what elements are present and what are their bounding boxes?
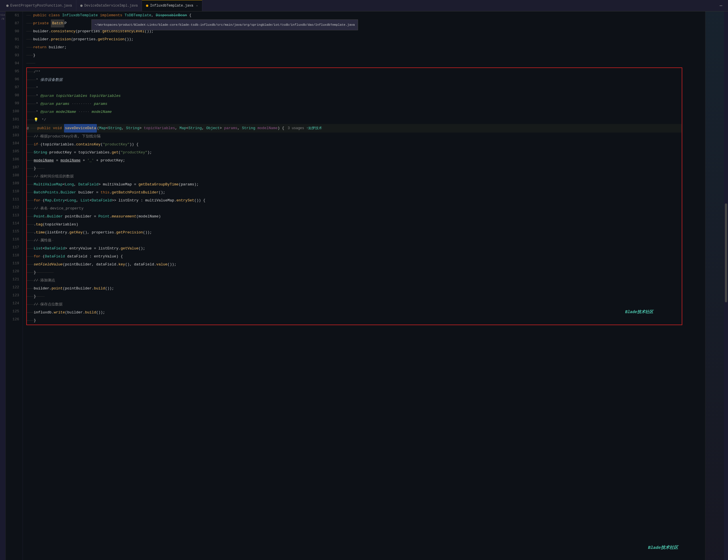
- code-line-102: @ ———— public void saveDeviceData(Map<St…: [27, 124, 682, 133]
- red-border-block: ———— /** ———— * 保存设备数据 ———— * ———— * @pa…: [26, 67, 682, 325]
- code-line-123: ———————— }: [27, 293, 682, 301]
- code-line-110: ———————— BatchPoints.Builder builder = t…: [27, 189, 682, 197]
- tab-label: DeviceDataServiceImpl.java: [84, 4, 138, 8]
- tab-dot: [146, 5, 148, 7]
- tab-label: InfluxdbTemplate.java: [150, 4, 193, 8]
- code-line-92: ———————— return builder;: [26, 43, 705, 51]
- code-line-117: ———————————— List<DataField> entryValue …: [27, 245, 682, 253]
- code-line-97: ———— *: [27, 84, 682, 92]
- code-area: tio /B 61 87 90 91 92 93 94 95 96 97 98 …: [0, 11, 728, 560]
- scrollbar-thumb[interactable]: [725, 203, 727, 302]
- code-line-120: ———————————— }: [27, 269, 682, 277]
- code-line-121: ———————————— // 添加测点: [27, 277, 682, 285]
- code-line-119: ———————————————— setFieldValue(pointBuil…: [27, 261, 682, 269]
- left-panel: tio /B: [0, 11, 6, 560]
- code-line-98: ———— * @param topicVariables topicVariab…: [27, 92, 682, 100]
- code-line-118: ———————————— for (DataField dataField : …: [27, 253, 682, 261]
- code-line-99: ———— * @param params ········· params: [27, 100, 682, 108]
- code-line-109: ———————— MultiValueMap<Long, DataField> …: [27, 181, 682, 189]
- code-line-93: ———— }: [26, 51, 705, 59]
- code-line-100: ———— * @param modelName ····· modelName: [27, 108, 682, 116]
- left-panel-label: tio: [0, 14, 5, 17]
- line-numbers: 61 87 90 91 92 93 94 95 96 97 98 99 100 …: [6, 11, 23, 560]
- code-line-108: ———————— // 按时间分组后的数据: [27, 173, 682, 181]
- close-icon[interactable]: ✕: [196, 4, 198, 7]
- code-line-107: ———————— }: [27, 165, 682, 173]
- brand-watermark-overlay: Blade技术社区: [648, 544, 678, 552]
- editor-container: EventPropertyPostFunction.java DeviceDat…: [0, 0, 728, 560]
- code-line-104: ———————— if (topicVariables.containsKey(…: [27, 141, 682, 149]
- code-line-112: ———————————— // 表名 device_property: [27, 205, 682, 213]
- code-content: ~/Workspaces/product/BladeX-Links/blade-…: [23, 11, 705, 560]
- code-line-111: ———————— for (Map.Entry<Long, List<DataF…: [27, 197, 682, 205]
- code-line-124: ———————— // 保存点位数据: [27, 301, 682, 309]
- left-panel-label2: /B: [1, 18, 4, 21]
- code-line-94: ————: [26, 59, 705, 67]
- scrollbar[interactable]: [724, 11, 728, 560]
- code-line-105: ———————————— String productKey = topicVa…: [27, 149, 682, 157]
- brand-watermark: Blade技术社区: [625, 308, 653, 316]
- code-line-116: ———————————— // 属性值: [27, 237, 682, 245]
- path-tooltip: ~/Workspaces/product/BladeX-Links/blade-…: [91, 19, 358, 30]
- code-line-106: ———————————— modelName = modelName + '_'…: [27, 157, 682, 165]
- tab-bar: EventPropertyPostFunction.java DeviceDat…: [0, 0, 728, 11]
- tab-more-button[interactable]: ⋯: [716, 3, 726, 9]
- tab-influxdb[interactable]: InfluxdbTemplate.java ✕: [142, 0, 202, 11]
- code-line-122: ———————————— builder.point(pointBuilder.…: [27, 285, 682, 293]
- code-line-115: ———————————————— .time(listEntry.getKey(…: [27, 229, 682, 237]
- code-line-91: ———————— builder.precision(properties.ge…: [26, 35, 705, 43]
- tab-label: EventPropertyPostFunction.java: [10, 4, 72, 8]
- code-line-61: —— public class InfluxdbTemplate impleme…: [26, 11, 705, 19]
- tab-eventproperty[interactable]: EventPropertyPostFunction.java: [2, 0, 76, 11]
- tab-dot: [6, 5, 9, 7]
- code-line-114: ———————————————— .tag(topicVariables): [27, 221, 682, 229]
- tab-dot: [80, 5, 83, 7]
- code-line-101: ———— 💡 */: [27, 116, 682, 124]
- code-line-126: ———— }: [27, 317, 682, 325]
- code-line-96: ———— * 保存设备数据: [27, 76, 682, 84]
- code-line-95: ———— /**: [27, 68, 682, 76]
- tab-devicedata[interactable]: DeviceDataServiceImpl.java: [76, 0, 142, 11]
- code-line-113: ———————————— Point.Builder pointBuilder …: [27, 213, 682, 221]
- code-line-125: ———————— influxdb.write(builder.build())…: [27, 309, 682, 317]
- code-line-103: ———————— // 根据productKey分表, 下划线分隔: [27, 133, 682, 141]
